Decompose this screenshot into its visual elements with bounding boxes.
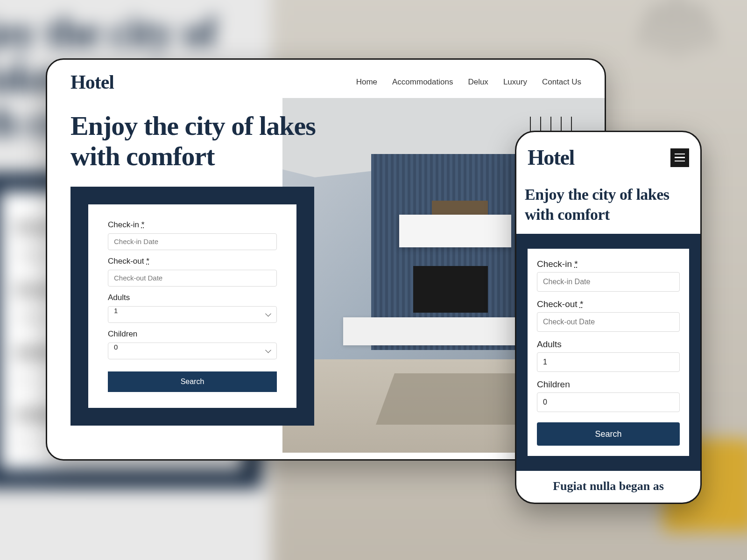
mobile-children-label: Children <box>537 379 680 390</box>
children-select[interactable]: 0 <box>108 343 277 359</box>
checkout-label: Check-out * <box>108 257 277 266</box>
mobile-footer-text: Fugiat nulla began as <box>516 471 700 493</box>
mobile-search-box: Check-in * Check-out * Adults Children S… <box>516 234 700 471</box>
logo[interactable]: Hotel <box>70 71 114 93</box>
mobile-children-input[interactable] <box>537 392 680 412</box>
mobile-mockup: Hotel Enjoy the city of lakes with comfo… <box>515 131 702 504</box>
mobile-checkin-label: Check-in * <box>537 259 680 269</box>
nav-delux[interactable]: Delux <box>468 77 488 87</box>
search-button[interactable]: Search <box>108 371 277 392</box>
mobile-header: Hotel <box>516 132 700 174</box>
hero-title: Enjoy the city of lakes with comfort <box>70 111 581 172</box>
nav-home[interactable]: Home <box>356 77 377 87</box>
nav-contact[interactable]: Contact Us <box>542 77 581 87</box>
adults-label: Adults <box>108 293 277 302</box>
hamburger-icon[interactable] <box>670 148 689 167</box>
mobile-search-button[interactable]: Search <box>537 422 680 446</box>
mobile-logo[interactable]: Hotel <box>528 145 574 170</box>
search-box: Check-in * Check-out * Adults 1 Children <box>70 187 314 426</box>
mobile-hero-title: Enjoy the city of lakes with comfort <box>516 174 700 234</box>
mobile-adults-label: Adults <box>537 339 680 350</box>
mobile-checkin-input[interactable] <box>537 272 680 292</box>
adults-select[interactable]: 1 <box>108 306 277 323</box>
main-nav: Home Accommodations Delux Luxury Contact… <box>356 77 581 87</box>
mobile-adults-input[interactable] <box>537 352 680 372</box>
nav-luxury[interactable]: Luxury <box>503 77 527 87</box>
header: Hotel Home Accommodations Delux Luxury C… <box>47 60 605 98</box>
nav-accommodations[interactable]: Accommodations <box>392 77 453 87</box>
mobile-checkout-input[interactable] <box>537 312 680 332</box>
checkin-label: Check-in * <box>108 220 277 230</box>
children-label: Children <box>108 329 277 339</box>
checkin-input[interactable] <box>108 233 277 250</box>
mobile-checkout-label: Check-out * <box>537 299 680 309</box>
checkout-input[interactable] <box>108 270 277 287</box>
